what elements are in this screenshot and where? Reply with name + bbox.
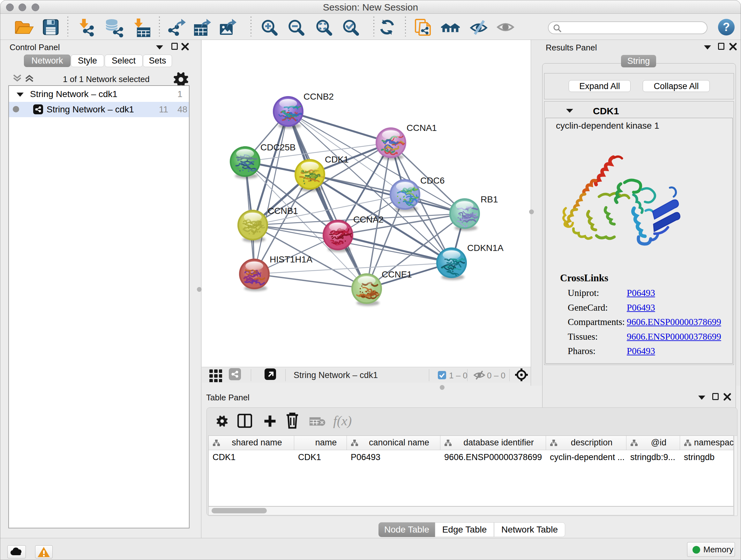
svg-text:CCNE1: CCNE1 [382,269,412,279]
svg-text:CDC6: CDC6 [420,176,445,186]
svg-text:CDC25B: CDC25B [260,142,295,152]
svg-text:CDKN1A: CDKN1A [467,243,503,253]
svg-text:?: ? [723,20,730,34]
svg-text:CCNB2: CCNB2 [304,91,334,102]
svg-text:CCNB1: CCNB1 [268,206,298,216]
svg-text:CDK1: CDK1 [325,154,349,165]
svg-text:CCNA2: CCNA2 [353,214,384,225]
svg-text:RB1: RB1 [481,194,498,204]
svg-text:CCNA1: CCNA1 [407,123,437,133]
svg-text:HIST1H1A: HIST1H1A [270,254,313,264]
